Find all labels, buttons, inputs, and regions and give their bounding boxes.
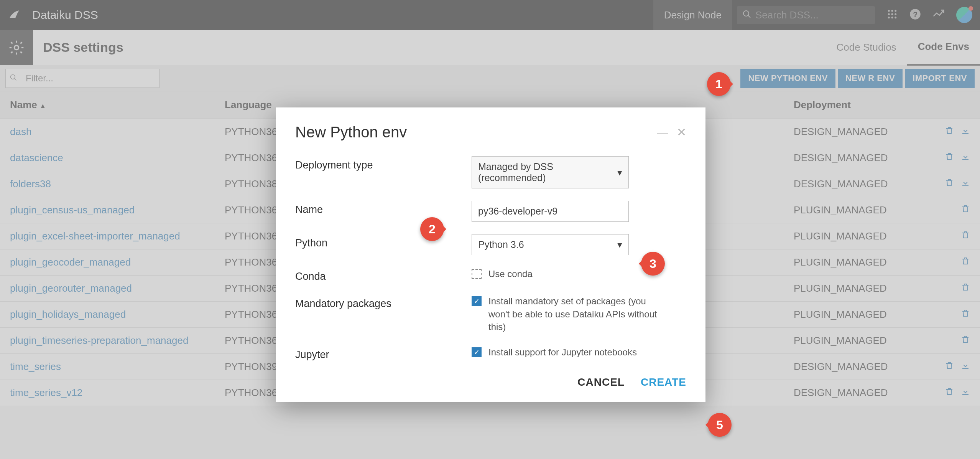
callout-1: 1	[707, 72, 731, 96]
cancel-button[interactable]: CANCEL	[577, 376, 625, 388]
minimize-icon[interactable]: —	[657, 126, 668, 139]
python-version-select[interactable]: Python 3.6 ▾	[472, 234, 629, 255]
mandatory-label: Mandatory packages	[295, 295, 472, 310]
python-label: Python	[295, 234, 472, 249]
jupyter-text: Install support for Jupyter notebooks	[488, 346, 637, 359]
conda-text: Use conda	[488, 267, 533, 281]
callout-2: 2	[420, 217, 444, 241]
jupyter-checkbox[interactable]: ✓	[472, 347, 482, 357]
callout-5: 5	[708, 413, 732, 437]
chevron-down-icon: ▾	[617, 239, 622, 250]
conda-checkbox[interactable]	[472, 269, 482, 279]
callout-3: 3	[641, 252, 665, 276]
create-button[interactable]: CREATE	[641, 376, 686, 388]
chevron-down-icon: ▾	[617, 167, 622, 178]
deployment-type-select[interactable]: Managed by DSS (recommended) ▾	[472, 156, 629, 188]
mandatory-checkbox[interactable]: ✓	[472, 296, 482, 306]
deployment-type-label: Deployment type	[295, 156, 472, 171]
jupyter-label: Jupyter	[295, 346, 472, 361]
close-icon[interactable]: ✕	[677, 125, 686, 139]
conda-label: Conda	[295, 267, 472, 282]
env-name-input[interactable]	[472, 201, 629, 222]
mandatory-text: Install mandatory set of packages (you w…	[488, 295, 665, 334]
modal-title: New Python env	[295, 124, 648, 141]
name-label: Name	[295, 201, 472, 216]
